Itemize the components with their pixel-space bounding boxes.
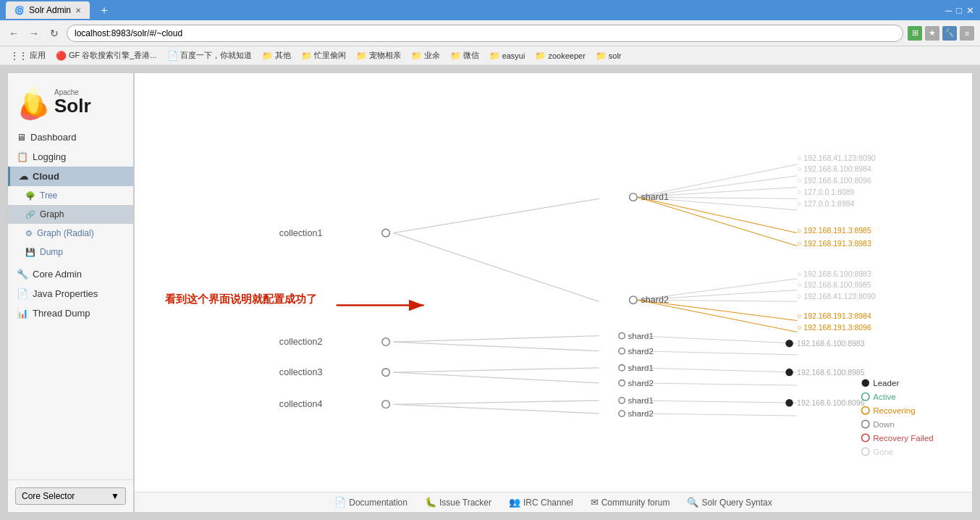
graph-radial-icon: ⚙ [25, 229, 33, 238]
svg-point-56 [619, 398, 625, 403]
sidebar-item-cloud[interactable]: ☁ Cloud [8, 167, 133, 186]
svg-text:Recovery Failed: Recovery Failed [873, 434, 934, 443]
java-icon: 📄 [17, 288, 28, 299]
sidebar-item-label: Java Properties [33, 288, 98, 299]
close-button[interactable]: ✕ [966, 5, 974, 16]
bookmark-pet[interactable]: 📁 宠物相亲 [352, 49, 405, 62]
folder-icon6: 📁 [489, 51, 500, 61]
svg-text:○ 192.168.6.100:8985: ○ 192.168.6.100:8985 [797, 280, 871, 289]
gf-icon: 🔴 [56, 51, 67, 61]
bookmark-apps[interactable]: ⋮⋮ 应用 [6, 49, 50, 62]
syntax-icon: 🔍 [687, 497, 698, 508]
sidebar: Apache Solr 🖥 Dashboard 📋 Logging ☁ Clou… [7, 72, 134, 513]
svg-text:○ 192.168.191.3:8983: ○ 192.168.191.3:8983 [797, 239, 871, 248]
browser-tab[interactable]: 🌀 Solr Admin ✕ [6, 1, 90, 19]
bookmark-other[interactable]: 📁 其他 [258, 49, 295, 62]
forum-link[interactable]: ✉ Community forum [591, 497, 670, 508]
bookmark-label: 应用 [30, 50, 46, 61]
sidebar-item-logging[interactable]: 📋 Logging [8, 147, 133, 167]
browser-titlebar: 🌀 Solr Admin ✕ ＋ ─ □ ✕ [0, 0, 980, 20]
svg-line-21 [394, 342, 599, 351]
new-tab-button[interactable]: ＋ [98, 3, 110, 18]
svg-point-36 [630, 296, 638, 304]
address-bar[interactable] [67, 25, 903, 42]
menu-icon[interactable]: ≡ [960, 26, 974, 41]
sidebar-item-tree[interactable]: 🌳 Tree [8, 186, 133, 205]
graph-icon: 🔗 [25, 210, 35, 219]
bookmark-label: zookeeper [548, 51, 585, 60]
sidebar-item-dashboard[interactable]: 🖥 Dashboard [8, 127, 133, 147]
dump-icon: 💾 [25, 248, 35, 257]
sidebar-item-label: Core Admin [33, 269, 82, 280]
extension-icon[interactable]: 🔧 [942, 26, 957, 41]
syntax-link[interactable]: 🔍 Solr Query Syntax [687, 497, 772, 508]
cloud-graph: collection1 shard1 shard2 collection2 sh… [135, 73, 972, 492]
svg-line-7 [394, 233, 599, 302]
svg-point-40 [619, 332, 625, 338]
svg-line-6 [394, 198, 599, 232]
bookmark-hobby[interactable]: 📁 业余 [407, 49, 444, 62]
svg-line-29 [394, 404, 599, 414]
browser-controls: ← → ↻ ⊞ ★ 🔧 ≡ [0, 20, 980, 46]
screen-share-icon[interactable]: ⊞ [908, 26, 922, 41]
folder-icon2: 📁 [301, 51, 312, 61]
sidebar-item-graph-radial[interactable]: ⚙ Graph (Radial) [8, 224, 133, 243]
svg-text:○ 127.0.0.1:8089: ○ 127.0.0.1:8089 [797, 188, 854, 196]
sidebar-item-thread-dump[interactable]: 📊 Thread Dump [8, 303, 133, 323]
logging-icon: 📋 [17, 151, 28, 162]
bookmark-wechat[interactable]: 📁 微信 [446, 49, 483, 62]
bookmark-label: GF 谷歌搜索引擎_香港... [69, 50, 157, 61]
svg-text:○ 192.168.6.100:8984: ○ 192.168.6.100:8984 [797, 164, 871, 173]
tab-close-icon[interactable]: ✕ [75, 7, 81, 14]
svg-point-46 [382, 369, 390, 377]
irc-icon: 👥 [509, 497, 520, 508]
bookmark-busy[interactable]: 📁 忙里偷闲 [297, 49, 350, 62]
irc-link[interactable]: 👥 IRC Channel [509, 497, 573, 508]
sidebar-item-java-properties[interactable]: 📄 Java Properties [8, 284, 133, 303]
forward-button[interactable]: → [26, 25, 42, 41]
svg-point-58 [619, 411, 625, 416]
sidebar-item-dump[interactable]: 💾 Dump [8, 243, 133, 261]
back-button[interactable]: ← [6, 25, 22, 41]
bookmark-label: 百度一下，你就知道 [180, 50, 252, 61]
forum-label: Community forum [601, 498, 670, 508]
solr-logo-icon [15, 82, 51, 122]
forum-icon: ✉ [591, 497, 599, 508]
logo-text: Apache Solr [54, 88, 91, 115]
apps-icon: ⋮⋮ [10, 51, 28, 61]
folder-icon8: 📁 [596, 51, 607, 61]
docs-link[interactable]: 📄 Documentation [334, 497, 407, 508]
svg-point-74 [861, 379, 869, 387]
svg-line-25 [394, 372, 599, 383]
graph-area: collection1 shard1 shard2 collection2 sh… [135, 73, 972, 492]
svg-line-28 [394, 401, 599, 404]
bookmark-solr[interactable]: 📁 solr [591, 49, 626, 62]
issues-link[interactable]: 🐛 Issue Tracker [425, 497, 491, 508]
svg-text:○ 127.0.0.1:8984: ○ 127.0.0.1:8984 [797, 199, 854, 208]
minimize-button[interactable]: ─ [945, 5, 952, 16]
sidebar-item-label: Dump [40, 247, 63, 257]
bookmark-gf[interactable]: 🔴 GF 谷歌搜索引擎_香港... [51, 49, 161, 62]
svg-text:shard2: shard2 [628, 347, 654, 356]
refresh-button[interactable]: ↻ [46, 25, 62, 41]
svg-text:看到这个界面说明就配置成功了: 看到这个界面说明就配置成功了 [164, 293, 317, 305]
sidebar-item-label: Graph (Radial) [37, 228, 94, 238]
svg-point-60 [785, 399, 793, 407]
maximize-button[interactable]: □ [956, 5, 962, 16]
bookmark-zookeeper[interactable]: 📁 zookeeper [531, 49, 589, 62]
svg-point-32 [382, 229, 390, 237]
core-selector-button[interactable]: Core Selector ▼ [15, 487, 126, 505]
svg-text:shard1: shard1 [628, 332, 654, 340]
svg-point-78 [861, 406, 869, 414]
star-icon[interactable]: ★ [925, 26, 939, 41]
bookmark-label: easyui [502, 51, 525, 60]
sidebar-item-core-admin[interactable]: 🔧 Core Admin [8, 264, 133, 284]
svg-text:192.168.6.100:8983: 192.168.6.100:8983 [797, 339, 865, 348]
baidu-icon: 📄 [167, 51, 178, 61]
svg-point-50 [619, 380, 625, 386]
bookmark-easyui[interactable]: 📁 easyui [485, 49, 530, 62]
svg-line-22 [637, 336, 797, 344]
bookmark-baidu[interactable]: 📄 百度一下，你就知道 [163, 49, 256, 62]
sidebar-item-graph[interactable]: 🔗 Graph [8, 205, 133, 224]
svg-text:192.168.6.100:8985: 192.168.6.100:8985 [797, 368, 865, 377]
